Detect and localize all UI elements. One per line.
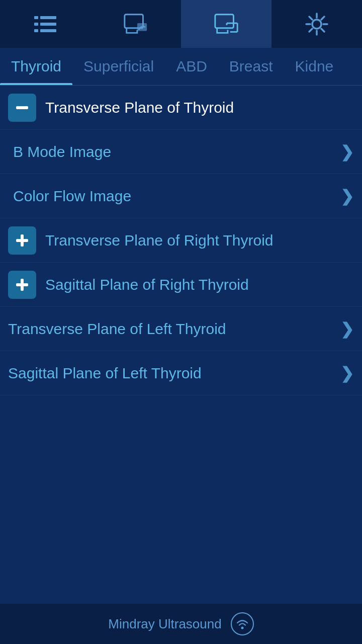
svg-line-20 xyxy=(321,17,324,20)
gear-icon xyxy=(304,11,330,37)
item-label-transverse-left: Transverse Plane of Left Thyroid xyxy=(8,320,336,338)
list-view-button[interactable] xyxy=(0,0,90,48)
cast-screen-2-button[interactable] xyxy=(181,0,272,48)
svg-rect-4 xyxy=(34,29,38,32)
svg-point-13 xyxy=(312,20,321,29)
svg-rect-26 xyxy=(16,283,28,286)
list-item-color-flow[interactable]: Color Flow Image ❯ xyxy=(0,174,362,218)
item-label-b-mode: B Mode Image xyxy=(13,143,336,160)
svg-line-21 xyxy=(309,29,312,32)
chevron-right-icon: ❯ xyxy=(340,142,354,162)
item-label-transverse-thyroid: Transverse Plane of Thyroid xyxy=(45,99,354,116)
list-container: Transverse Plane of Thyroid B Mode Image… xyxy=(0,86,362,395)
tab-thyroid[interactable]: Thyroid xyxy=(0,48,72,85)
item-label-sagittal-right: Sagittal Plane of Right Thyroid xyxy=(45,276,354,293)
tab-superficial[interactable]: Superficial xyxy=(72,48,165,85)
chevron-right-icon-4: ❯ xyxy=(340,364,354,383)
svg-rect-3 xyxy=(40,23,56,26)
chevron-right-icon-3: ❯ xyxy=(340,319,354,339)
chevron-right-icon-2: ❯ xyxy=(340,187,354,206)
list-item-b-mode[interactable]: B Mode Image ❯ xyxy=(0,130,362,174)
tab-abd[interactable]: ABD xyxy=(165,48,218,85)
svg-line-19 xyxy=(321,29,324,32)
cast-screen-1-button[interactable] xyxy=(90,0,181,48)
svg-line-18 xyxy=(309,17,312,20)
list-item-sagittal-right[interactable]: Sagittal Plane of Right Thyroid xyxy=(0,263,362,307)
list-item-transverse-left[interactable]: Transverse Plane of Left Thyroid ❯ xyxy=(0,307,362,351)
svg-rect-2 xyxy=(34,23,38,26)
footer-label: Mindray Ultrasound xyxy=(108,616,221,632)
svg-rect-5 xyxy=(40,29,56,32)
tab-breast[interactable]: Breast xyxy=(218,48,284,85)
svg-rect-24 xyxy=(16,239,28,242)
tab-kidney[interactable]: Kidne xyxy=(284,48,345,85)
svg-rect-0 xyxy=(34,16,38,19)
list-icon xyxy=(32,11,58,37)
list-item-transverse-right[interactable]: Transverse Plane of Right Thyroid xyxy=(0,218,362,263)
item-label-color-flow: Color Flow Image xyxy=(13,188,336,205)
list-item-sagittal-left[interactable]: Sagittal Plane of Left Thyroid ❯ xyxy=(0,351,362,395)
footer: Mindray Ultrasound xyxy=(0,604,362,644)
tabs-row: Thyroid Superficial ABD Breast Kidne xyxy=(0,48,362,86)
item-label-transverse-right: Transverse Plane of Right Thyroid xyxy=(45,232,354,249)
cast-icon-1 xyxy=(123,11,149,37)
svg-rect-8 xyxy=(215,14,234,28)
svg-rect-1 xyxy=(40,16,56,19)
list-item-transverse-thyroid[interactable]: Transverse Plane of Thyroid xyxy=(0,86,362,130)
svg-point-27 xyxy=(241,627,243,629)
wifi-icon xyxy=(231,612,254,635)
item-label-sagittal-left: Sagittal Plane of Left Thyroid xyxy=(8,365,336,382)
minus-icon xyxy=(8,94,36,122)
cast-icon-2 xyxy=(213,11,239,37)
plus-icon xyxy=(8,226,36,255)
settings-button[interactable] xyxy=(272,0,362,48)
toolbar xyxy=(0,0,362,48)
plus-icon-2 xyxy=(8,271,36,299)
svg-rect-22 xyxy=(16,106,28,109)
